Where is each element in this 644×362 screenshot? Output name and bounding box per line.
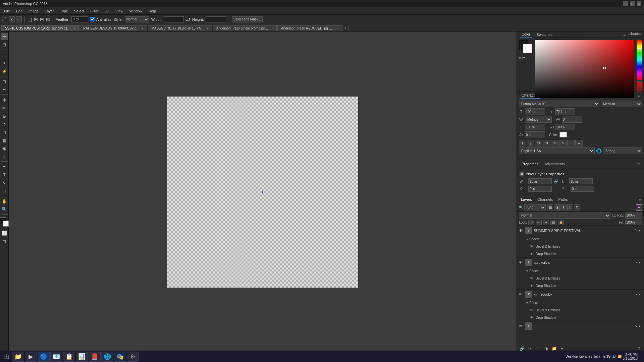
close-tab-anderson2[interactable]: × (336, 27, 338, 30)
effect-dropshadow-quicksilva[interactable]: 👁 Drop Shadow (517, 282, 644, 289)
baseline-input[interactable] (525, 131, 545, 138)
marquee-tool[interactable]: ⬚ (1, 51, 8, 59)
filter-adjustment-btn[interactable]: ◑ (554, 204, 560, 210)
filter-active-toggle[interactable]: ● (636, 204, 642, 210)
layer-expand-kimscooby[interactable]: ▾ (639, 293, 643, 296)
font-size-input[interactable] (525, 108, 545, 115)
layer-vis-kimscooby[interactable]: 👁 (518, 292, 524, 297)
tray-show-desktop[interactable]: Desktop (566, 355, 578, 358)
horiz-scale-input[interactable] (555, 124, 575, 130)
blend-mode-select[interactable]: Normal Dissolve Multiply Screen (519, 213, 610, 219)
lock-position-btn[interactable]: ✛ (543, 220, 549, 225)
healing-tool[interactable]: ✚ (1, 96, 8, 104)
artboard-tool[interactable]: ⊞ (1, 41, 8, 48)
add-selection-btn[interactable]: ⊞ (34, 17, 38, 22)
path-selection-tool[interactable]: ↖ (1, 179, 8, 186)
filter-type-btn[interactable]: T (560, 204, 567, 210)
effect-bevel-eye-quicksilva[interactable]: 👁 (529, 276, 534, 281)
dodge-tool[interactable]: ○ (1, 153, 8, 160)
menu-edit[interactable]: Edit (13, 8, 25, 14)
lang-icon[interactable]: 🌐 (596, 148, 602, 154)
effects-expand-kimscooby[interactable]: ▾ (526, 301, 528, 305)
underline-btn[interactable]: T (567, 140, 575, 146)
tracking-input[interactable] (562, 116, 582, 123)
swap-wh-icon[interactable]: ⇄ (186, 16, 190, 22)
style-select[interactable]: Normal Fixed Ratio Fixed Size (125, 16, 149, 22)
taskbar-media[interactable]: ▶ (25, 352, 37, 362)
select-mask-button[interactable]: Select and Mask... (232, 16, 263, 22)
layer-row-summer[interactable]: 👁 T SUMMER SPIRIT FESTIVAL fx ▾ (517, 226, 644, 235)
tab-layers[interactable]: Layers (518, 197, 535, 202)
minimize-button[interactable]: − (623, 1, 628, 6)
layer-expand-more[interactable]: ▾ (639, 324, 643, 328)
strikethrough-btn[interactable]: T (575, 140, 583, 146)
maximize-button[interactable]: □ (630, 1, 635, 6)
layer-row-kimscooby[interactable]: 👁 T kim scooby fx ▾ (517, 290, 644, 299)
reset-colors-icon[interactable]: ⊕ (519, 56, 522, 60)
layer-fx-quicksilva[interactable]: fx (635, 261, 637, 264)
layer-fx-kimscooby[interactable]: fx (635, 293, 637, 296)
kerning-select[interactable]: Metrics Optical 0 (525, 116, 552, 123)
shape-tool[interactable]: □ (1, 187, 8, 194)
new-selection-btn[interactable]: ⬚ (28, 17, 32, 22)
intersect-selection-btn[interactable]: ⊠ (46, 17, 50, 22)
layer-row-quicksilva[interactable]: 👁 T quicksilva fx ▾ (517, 258, 644, 267)
opacity-input[interactable] (625, 213, 642, 219)
fill-input[interactable] (625, 220, 642, 225)
layer-vis-summer[interactable]: 👁 (518, 228, 524, 233)
tab-color[interactable]: Color (520, 32, 532, 38)
quick-select-tool[interactable]: ⚡ (1, 67, 8, 75)
taskbar-excel[interactable]: 📊 (76, 352, 88, 362)
pen-tool[interactable]: ✒ (1, 163, 8, 170)
taskbar-app10[interactable]: ⚙ (127, 352, 139, 362)
close-tab-ssf18[interactable]: × (73, 27, 75, 30)
menu-help[interactable]: Help (146, 8, 159, 14)
taskbar-explorer[interactable]: 📁 (12, 352, 24, 362)
subtract-selection-btn[interactable]: ⊟ (40, 17, 44, 22)
antialiase-checkbox[interactable] (90, 17, 95, 21)
effects-expand-quicksilva[interactable]: ▾ (526, 269, 528, 273)
x-input[interactable] (528, 186, 552, 192)
tab-properties[interactable]: Properties (520, 161, 540, 167)
window-controls[interactable]: − □ × (623, 1, 641, 6)
layer-row-more[interactable]: 👁 T fx ▾ (517, 321, 644, 331)
layer-fx-summer[interactable]: fx (635, 229, 637, 233)
background-color-swatch[interactable] (523, 44, 532, 53)
leading-input[interactable] (555, 108, 575, 115)
effect-bevel-kimscooby[interactable]: 👁 Bevel & Emboss (517, 306, 644, 314)
font-family-select[interactable]: Futura MdCn BT (519, 101, 599, 107)
move-tool[interactable]: ✛ (1, 33, 8, 40)
superscript-btn[interactable]: T² (551, 140, 558, 146)
taskbar-app3[interactable]: 🔵 (38, 352, 50, 362)
menu-type[interactable]: Type (57, 8, 71, 14)
effect-bevel-eye-summer[interactable]: 👁 (529, 244, 534, 249)
w-input[interactable] (528, 178, 552, 184)
smallcaps-btn[interactable]: Tt (543, 140, 550, 146)
effect-dropshadow-eye-summer[interactable]: 👁 (529, 251, 534, 256)
layer-expand-quicksilva[interactable]: ▾ (639, 261, 643, 264)
char-color-swatch[interactable] (559, 132, 567, 137)
taskbar-chrome[interactable]: 🌐 (101, 352, 113, 362)
aa-method-select[interactable]: Strong Smooth Crisp Sharp (603, 147, 642, 154)
gradient-tool[interactable]: ▦ (1, 136, 8, 144)
tray-language[interactable]: ENG (603, 355, 611, 358)
feather-input[interactable] (71, 16, 88, 22)
menu-window[interactable]: Window (126, 8, 145, 14)
tray-clock[interactable]: 3:48 PM 6/13/2018 (623, 353, 638, 360)
eraser-tool[interactable]: ◻ (1, 128, 8, 136)
taskbar-photoshop[interactable]: 🎭 (114, 352, 126, 362)
menu-filter[interactable]: Filter (88, 8, 101, 14)
language-select[interactable]: English: USA (519, 147, 595, 154)
tab-anderson2[interactable]: Anderson .Paak REDUCED.jpg @ 33.3... × (277, 25, 341, 31)
screen-mode-tool[interactable]: ⊡ (1, 238, 8, 245)
char-panel-menu[interactable]: ≡ (636, 93, 641, 98)
bold-btn[interactable]: T (519, 140, 526, 146)
effect-dropshadow-eye-kimscooby[interactable]: 👁 (529, 315, 534, 320)
color-panel-menu[interactable]: ≡ (622, 32, 627, 37)
effect-bevel-quicksilva[interactable]: 👁 Bevel & Emboss (517, 275, 644, 282)
effects-group-kimscooby[interactable]: ▾ Effects (517, 299, 644, 306)
menu-file[interactable]: File (1, 8, 13, 14)
allcaps-btn[interactable]: TT (535, 140, 542, 146)
italic-btn[interactable]: T (527, 140, 534, 146)
close-button[interactable]: × (637, 1, 641, 6)
